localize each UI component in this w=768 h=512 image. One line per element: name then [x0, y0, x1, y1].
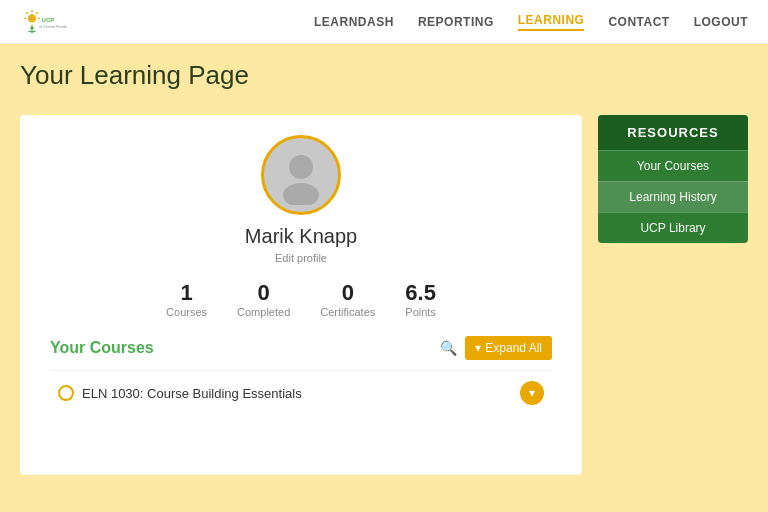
user-name: Marik Knapp	[245, 225, 357, 248]
avatar	[261, 135, 341, 215]
courses-section-title: Your Courses	[50, 339, 154, 357]
header: UCP of Central Florida LEARNDASH REPORTI…	[0, 0, 768, 44]
stat-completed: 0 Completed	[237, 280, 290, 318]
stat-certificates: 0 Certificates	[320, 280, 375, 318]
svg-point-7	[30, 26, 34, 30]
profile-card: Marik Knapp Edit profile 1 Courses 0 Com…	[20, 115, 582, 475]
stat-points: 6.5 Points	[405, 280, 436, 318]
resources-sidebar: RESOURCES Your Courses Learning History …	[598, 115, 748, 475]
svg-point-13	[283, 183, 319, 205]
course-chevron-icon: ▾	[529, 386, 535, 400]
course-item: ELN 1030: Course Building Essentials ▾	[50, 370, 552, 415]
svg-line-5	[26, 12, 28, 14]
stat-courses-value: 1	[180, 280, 192, 306]
avatar-section: Marik Knapp Edit profile	[50, 135, 552, 264]
expand-all-button[interactable]: ▾ Expand All	[465, 336, 552, 360]
svg-point-12	[289, 155, 313, 179]
courses-actions: 🔍 ▾ Expand All	[440, 336, 552, 360]
ucp-logo-icon: UCP of Central Florida	[20, 8, 68, 36]
resource-learning-history[interactable]: Learning History	[598, 181, 748, 212]
chevron-down-icon: ▾	[475, 341, 481, 355]
page-title: Your Learning Page	[20, 60, 748, 91]
nav-learning[interactable]: LEARNING	[518, 13, 585, 31]
nav-reporting[interactable]: REPORTING	[418, 15, 494, 29]
svg-text:UCP: UCP	[42, 17, 55, 23]
nav-contact[interactable]: CONTACT	[608, 15, 669, 29]
logo-area: UCP of Central Florida	[20, 8, 68, 36]
stat-certificates-value: 0	[342, 280, 354, 306]
main-nav: LEARNDASH REPORTING LEARNING CONTACT LOG…	[314, 13, 748, 31]
course-name: ELN 1030: Course Building Essentials	[82, 386, 302, 401]
stat-courses: 1 Courses	[166, 280, 207, 318]
resource-ucp-library[interactable]: UCP Library	[598, 212, 748, 243]
search-icon[interactable]: 🔍	[440, 340, 457, 356]
resources-box: RESOURCES Your Courses Learning History …	[598, 115, 748, 243]
stat-completed-value: 0	[258, 280, 270, 306]
edit-profile-link[interactable]: Edit profile	[275, 252, 327, 264]
resource-your-courses[interactable]: Your Courses	[598, 150, 748, 181]
stat-courses-label: Courses	[166, 306, 207, 318]
nav-logout[interactable]: LOGOUT	[694, 15, 748, 29]
stat-points-label: Points	[405, 306, 436, 318]
page-background: Your Learning Page	[0, 44, 768, 115]
stat-certificates-label: Certificates	[320, 306, 375, 318]
svg-point-0	[28, 14, 36, 22]
stat-points-value: 6.5	[405, 280, 436, 306]
stats-row: 1 Courses 0 Completed 0 Certificates 6.5…	[50, 280, 552, 318]
stat-completed-label: Completed	[237, 306, 290, 318]
expand-all-label: Expand All	[485, 341, 542, 355]
svg-line-6	[36, 12, 38, 14]
svg-text:of Central Florida: of Central Florida	[39, 25, 67, 29]
nav-learndash[interactable]: LEARNDASH	[314, 15, 394, 29]
course-expand-button[interactable]: ▾	[520, 381, 544, 405]
main-layout: Marik Knapp Edit profile 1 Courses 0 Com…	[0, 115, 768, 475]
course-left: ELN 1030: Course Building Essentials	[58, 385, 302, 401]
avatar-person-icon	[271, 145, 331, 205]
courses-header: Your Courses 🔍 ▾ Expand All	[50, 336, 552, 360]
resources-heading: RESOURCES	[598, 115, 748, 150]
course-status-circle	[58, 385, 74, 401]
